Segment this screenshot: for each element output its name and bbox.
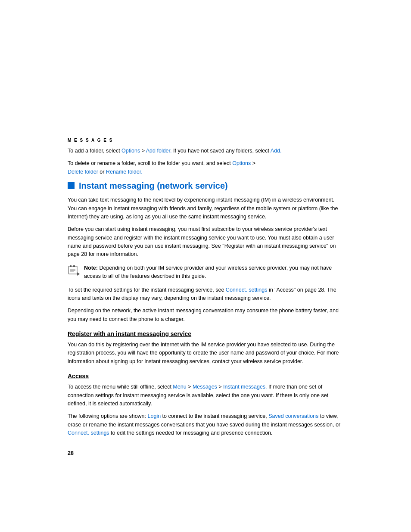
delete-folder-pre: To delete or rename a folder, scroll to …	[68, 160, 232, 166]
add-folder-text-pre: To add a folder, select	[68, 148, 121, 154]
options-link-2[interactable]: Options	[232, 160, 251, 166]
intro-paragraph-1: You can take text messaging to the next …	[68, 196, 343, 221]
note-svg-icon	[68, 264, 80, 277]
svg-rect-1	[70, 265, 72, 267]
svg-rect-0	[68, 266, 77, 274]
para6-sep1: >	[187, 384, 193, 390]
register-paragraph: You can do this by registering over the …	[68, 341, 343, 366]
options-link-1[interactable]: Options	[121, 148, 140, 154]
para3-pre: To set the required settings for the ins…	[68, 287, 226, 293]
instant-messages-link[interactable]: Instant messages.	[223, 384, 267, 390]
add-folder-rest: If you have not saved any folders, selec…	[172, 148, 271, 154]
delete-folder-link[interactable]: Delete folder	[68, 169, 98, 175]
add-folder-link[interactable]: Add folder.	[146, 148, 172, 154]
connect-settings-paragraph: To set the required settings for the ins…	[68, 286, 343, 303]
add-link[interactable]: Add.	[271, 148, 282, 154]
add-folder-paragraph: To add a folder, select Options > Add fo…	[68, 147, 343, 155]
connect-settings-link-1[interactable]: Connect. settings	[226, 287, 268, 293]
access-paragraph-2: The following options are shown: Login t…	[68, 412, 343, 437]
svg-marker-6	[77, 272, 80, 276]
saved-conversations-link[interactable]: Saved conversations	[268, 413, 318, 419]
note-box: Note: Depending on both your IM service …	[68, 264, 343, 281]
delete-folder-sep: >	[251, 160, 255, 166]
para7-pre: The following options are shown:	[68, 413, 148, 419]
note-icon	[68, 264, 80, 277]
register-subheading: Register with an instant messaging servi…	[68, 330, 343, 337]
delete-folder-or: or	[98, 169, 106, 175]
para7-post: to edit the settings needed for messagin…	[109, 430, 273, 436]
page: M e s s a g e s To add a folder, select …	[0, 0, 411, 532]
para6-pre: To access the menu while still offline, …	[68, 384, 173, 390]
add-folder-sep1: >	[140, 148, 146, 154]
note-text: Note: Depending on both your IM service …	[84, 264, 343, 281]
messages-link[interactable]: Messages	[193, 384, 217, 390]
menu-link[interactable]: Menu	[173, 384, 186, 390]
note-body: Depending on both your IM service provid…	[84, 265, 332, 279]
intro-paragraph-2: Before you can start using instant messa…	[68, 225, 343, 259]
section-heading: Instant messaging (network service)	[68, 180, 343, 191]
connect-settings-link-2[interactable]: Connect. settings	[68, 430, 109, 436]
para7-mid1: to connect to the instant messaging serv…	[161, 413, 268, 419]
rename-folder-link[interactable]: Rename folder.	[106, 169, 143, 175]
login-link[interactable]: Login	[148, 413, 161, 419]
para6-sep2: >	[217, 384, 223, 390]
access-subheading: Access	[68, 373, 343, 380]
access-paragraph-1: To access the menu while still offline, …	[68, 383, 343, 408]
section-label: M e s s a g e s	[68, 138, 343, 143]
battery-paragraph: Depending on the network, the active ins…	[68, 307, 343, 324]
delete-folder-paragraph: To delete or rename a folder, scroll to …	[68, 159, 343, 176]
content-area: M e s s a g e s To add a folder, select …	[55, 0, 356, 491]
main-heading: Instant messaging (network service)	[79, 180, 228, 191]
page-number: 28	[68, 450, 343, 456]
note-label: Note:	[84, 265, 98, 271]
blue-square-icon	[68, 182, 75, 189]
svg-rect-2	[73, 265, 75, 267]
